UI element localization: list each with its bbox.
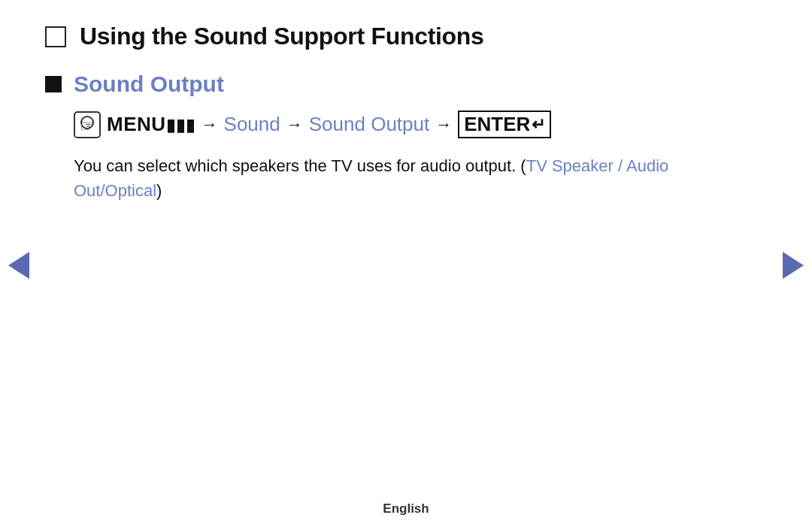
nav-left-button[interactable] (8, 254, 30, 277)
description-before: You can select which speakers the TV use… (74, 156, 526, 175)
section-row: Sound Output (45, 71, 767, 97)
menu-path-row: ☞ MENU▮▮▮ → Sound → Sound Output → ENTER… (74, 111, 767, 138)
black-square-icon (45, 76, 62, 92)
page-title-row: Using the Sound Support Functions (45, 23, 767, 50)
arrow-1: → (201, 115, 218, 135)
enter-text: ENTER (464, 113, 530, 136)
main-content: Using the Sound Support Functions Sound … (0, 0, 812, 203)
checkbox-icon (45, 26, 66, 47)
description-text: You can select which speakers the TV use… (74, 153, 750, 203)
page-title: Using the Sound Support Functions (80, 23, 484, 50)
arrow-2: → (286, 115, 303, 135)
sound-output-link[interactable]: Sound Output (309, 113, 429, 136)
enter-label: ENTER↵ (458, 111, 551, 138)
arrow-3: → (435, 115, 452, 135)
right-arrow-icon (783, 252, 804, 279)
enter-arrow-icon: ↵ (532, 115, 545, 135)
section-title: Sound Output (74, 71, 224, 97)
menu-remote-icon: ☞ (74, 111, 101, 138)
left-arrow-icon (8, 252, 29, 279)
footer-language: English (383, 501, 429, 516)
nav-right-button[interactable] (782, 254, 804, 277)
description-after: ) (156, 181, 162, 200)
sound-link[interactable]: Sound (224, 113, 280, 136)
menu-label: MENU▮▮▮ (107, 113, 195, 136)
remote-finger-icon: ☞ (80, 117, 95, 136)
